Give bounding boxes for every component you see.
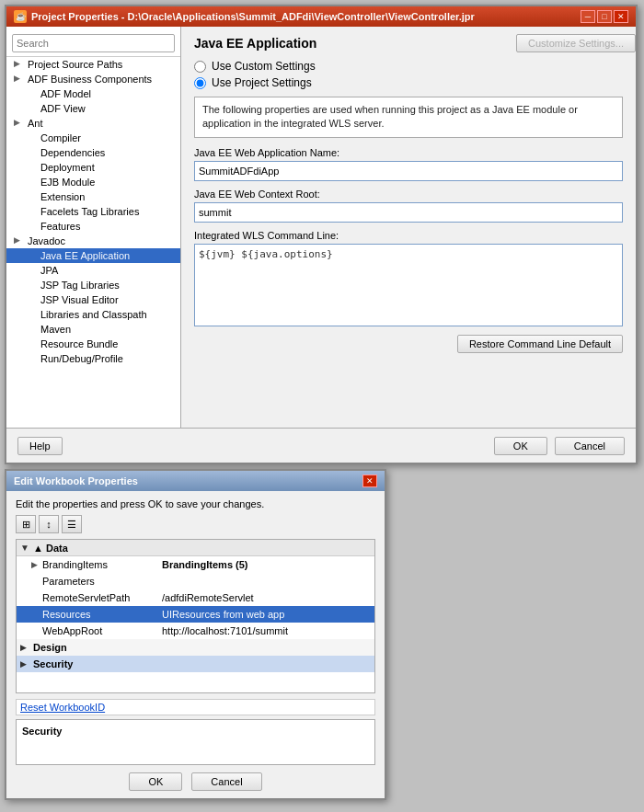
sidebar-item-label: Compiler xyxy=(40,132,81,143)
sidebar-item-label: ADF View xyxy=(40,103,86,114)
sidebar-item-label: Extension xyxy=(40,191,85,202)
properties-view-button[interactable]: ⊞ xyxy=(16,515,36,533)
expand-icon xyxy=(27,294,38,305)
expand-icon: ▶ xyxy=(14,74,25,85)
sidebar-item-adf-business-components[interactable]: ▶ ADF Business Components xyxy=(6,72,180,86)
wb-key: Resources xyxy=(42,609,162,620)
sidebar-item-javadoc[interactable]: ▶ Javadoc xyxy=(6,234,180,248)
sidebar-item-label: JSP Tag Libraries xyxy=(40,280,120,291)
wb-item-remote-servlet[interactable]: RemoteServletPath /adfdiRemoteServlet xyxy=(17,589,374,606)
workbook-titlebar-controls: ✕ xyxy=(362,475,377,487)
expand-icon xyxy=(27,206,38,217)
ok-button[interactable]: OK xyxy=(494,437,547,455)
sidebar-item-label: ADF Model xyxy=(40,88,91,99)
expand-icon xyxy=(27,324,38,335)
wb-item-webapproot[interactable]: WebAppRoot http://localhost:7101/summit xyxy=(17,623,374,639)
sort-button[interactable]: ↕ xyxy=(39,515,59,533)
sidebar-item-compiler[interactable]: Compiler xyxy=(6,131,180,145)
cancel-button[interactable]: Cancel xyxy=(555,437,625,455)
workbook-cancel-button[interactable]: Cancel xyxy=(191,772,261,791)
workbook-footer: OK Cancel xyxy=(16,771,375,791)
wb-section-design[interactable]: ▶ Design xyxy=(17,639,374,656)
restore-command-line-button[interactable]: Restore Command Line Default xyxy=(457,335,623,353)
app-icon: ☕ xyxy=(14,10,27,23)
sidebar-item-extension[interactable]: Extension xyxy=(6,189,180,204)
expand-icon xyxy=(27,250,38,261)
list-icon: ☰ xyxy=(67,519,76,531)
command-line-textarea[interactable]: ${jvm} ${java.options} xyxy=(194,244,623,326)
reset-workbook-id-link[interactable]: Reset WorkbookID xyxy=(16,699,375,715)
radio-project-label[interactable]: Use Project Settings xyxy=(212,76,312,89)
workbook-close-button[interactable]: ✕ xyxy=(362,475,377,487)
wb-section-data[interactable]: ▼ ▲ Data xyxy=(17,540,374,556)
sidebar-item-ant[interactable]: ▶ Ant xyxy=(6,116,180,131)
titlebar-controls: ─ □ ✕ xyxy=(581,10,628,23)
wb-item-branding[interactable]: ▶ BrandingItems BrandingItems (5) xyxy=(17,556,374,573)
expand-icon xyxy=(27,147,38,158)
wb-section-security[interactable]: ▶ Security xyxy=(17,656,374,672)
sidebar-item-label: Facelets Tag Libraries xyxy=(40,206,139,217)
sidebar-item-features[interactable]: Features xyxy=(6,219,180,234)
web-context-root-input[interactable] xyxy=(194,202,623,223)
titlebar-left: ☕ Project Properties - D:\Oracle\Applica… xyxy=(14,10,475,23)
sidebar-item-adf-view[interactable]: ADF View xyxy=(6,101,180,116)
expand-icon: ▶ xyxy=(14,59,25,70)
project-footer: Help OK Cancel xyxy=(6,428,636,463)
minimize-button[interactable]: ─ xyxy=(581,10,595,23)
expand-icon xyxy=(27,88,38,99)
expand-icon: ▶ xyxy=(14,235,25,246)
sidebar-item-libraries-and-classpath[interactable]: Libraries and Classpath xyxy=(6,307,180,322)
sidebar-item-jpa[interactable]: JPA xyxy=(6,263,180,278)
info-text: The following properties are used when r… xyxy=(202,104,578,129)
maximize-button[interactable]: □ xyxy=(597,10,612,23)
list-view-button[interactable]: ☰ xyxy=(62,515,82,533)
wb-item-resources[interactable]: Resources UIResources from web app xyxy=(17,606,374,623)
info-box: The following properties are used when r… xyxy=(194,97,623,138)
expand-icon xyxy=(27,280,38,291)
sidebar-item-maven[interactable]: Maven xyxy=(6,322,180,337)
sidebar-item-label: Run/Debug/Profile xyxy=(40,353,123,364)
workbook-ok-button[interactable]: OK xyxy=(129,772,182,791)
expand-icon xyxy=(27,177,38,188)
search-box xyxy=(6,30,180,57)
sidebar-item-resource-bundle[interactable]: Resource Bundle xyxy=(6,337,180,351)
expand-icon xyxy=(27,132,38,143)
radio-custom[interactable] xyxy=(194,61,206,73)
expand-icon xyxy=(27,103,38,114)
expand-icon xyxy=(27,353,38,364)
sidebar-item-label: EJB Module xyxy=(40,177,95,188)
sidebar-item-java-ee-application[interactable]: Java EE Application xyxy=(6,248,180,263)
sidebar-item-adf-model[interactable]: ADF Model xyxy=(6,86,180,101)
radio-custom-label[interactable]: Use Custom Settings xyxy=(212,60,316,73)
sidebar-item-jsp-tag-libraries[interactable]: JSP Tag Libraries xyxy=(6,278,180,292)
search-input[interactable] xyxy=(12,34,175,52)
close-button[interactable]: ✕ xyxy=(614,10,628,23)
section-collapse-icon: ▼ xyxy=(20,543,31,553)
sidebar: ▶ Project Source Paths ▶ ADF Business Co… xyxy=(6,27,181,428)
sidebar-item-label: Maven xyxy=(40,324,71,335)
sidebar-item-facelets-tag-libraries[interactable]: Facelets Tag Libraries xyxy=(6,204,180,219)
workbook-description: Edit the properties and press OK to save… xyxy=(16,498,375,509)
help-button[interactable]: Help xyxy=(17,437,63,455)
workbook-body: Edit the properties and press OK to save… xyxy=(6,491,385,798)
restore-btn-row: Restore Command Line Default xyxy=(194,335,623,353)
sidebar-item-project-source-paths[interactable]: ▶ Project Source Paths xyxy=(6,57,180,72)
expand-icon xyxy=(27,309,38,320)
expand-icon xyxy=(27,191,38,202)
wb-item-parameters[interactable]: Parameters xyxy=(17,573,374,589)
sidebar-item-deployment[interactable]: Deployment xyxy=(6,160,180,175)
customize-settings-button[interactable]: Customize Settings... xyxy=(516,34,636,52)
radio-group: Use Custom Settings Use Project Settings xyxy=(194,60,623,89)
sidebar-item-run-debug-profile[interactable]: Run/Debug/Profile xyxy=(6,351,180,366)
section-expand-icon: ▶ xyxy=(20,659,31,669)
workbook-tree: ▼ ▲ Data ▶ BrandingItems BrandingItems (… xyxy=(16,539,375,693)
web-app-name-input[interactable] xyxy=(194,161,623,181)
workbook-titlebar: Edit Workbook Properties ✕ xyxy=(6,471,385,491)
sidebar-item-jsp-visual-editor[interactable]: JSP Visual Editor xyxy=(6,292,180,307)
sidebar-item-dependencies[interactable]: Dependencies xyxy=(6,145,180,160)
radio-project[interactable] xyxy=(194,77,206,89)
wb-value: BrandingItems (5) xyxy=(162,559,371,570)
sidebar-item-ejb-module[interactable]: EJB Module xyxy=(6,175,180,189)
radio-project-row: Use Project Settings xyxy=(194,76,623,89)
web-context-root-label: Java EE Web Context Root: xyxy=(194,189,623,200)
